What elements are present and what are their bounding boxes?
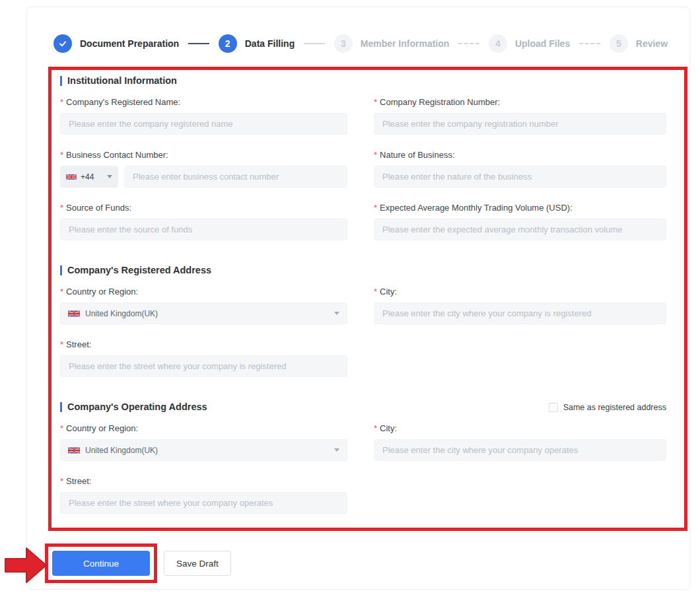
field-registered-name: *Company's Registered Name: (60, 97, 347, 135)
registered-name-input[interactable] (60, 113, 347, 135)
same-as-registered-checkbox[interactable]: Same as registered address (549, 403, 666, 412)
step-connector (304, 43, 325, 44)
step-connector (188, 43, 209, 44)
step-label: Document Preparation (80, 38, 179, 49)
field-label: *Business Contact Number: (60, 150, 347, 160)
step-upload-files[interactable]: 4 Upload Files (489, 34, 570, 53)
continue-button[interactable]: Continue (52, 551, 150, 576)
save-draft-button[interactable]: Save Draft (164, 551, 231, 576)
stepper: Document Preparation 2 Data Filling 3 Me… (53, 34, 668, 53)
field-source-of-funds: *Source of Funds: (60, 203, 347, 240)
checkbox-label: Same as registered address (563, 403, 666, 412)
step-number: 4 (489, 34, 507, 53)
chevron-down-icon (334, 448, 339, 452)
field-operating-street: *Street: (60, 476, 347, 514)
operating-country-value: United Kingdom(UK) (85, 446, 158, 455)
field-label: *Country or Region: (60, 287, 347, 297)
field-label: *City: (374, 423, 666, 433)
step-number: 2 (219, 34, 237, 53)
registered-city-input[interactable] (374, 302, 666, 324)
source-of-funds-input[interactable] (60, 219, 347, 240)
field-nature-of-business: *Nature of Business: (374, 150, 666, 188)
required-asterisk: * (60, 150, 63, 160)
field-label: *Street: (60, 476, 347, 486)
page: Document Preparation 2 Data Filling 3 Me… (0, 0, 700, 595)
section-title-institutional: Institutional Information (60, 76, 177, 86)
registration-card: Document Preparation 2 Data Filling 3 Me… (26, 7, 690, 590)
step-member-information[interactable]: 3 Member Information (334, 34, 450, 53)
step-label: Member Information (361, 38, 450, 49)
required-asterisk: * (60, 339, 63, 349)
step-label: Review (636, 38, 668, 49)
step-number: 3 (334, 34, 353, 53)
actions-bar: Continue Save Draft (45, 543, 231, 583)
step-data-filling[interactable]: 2 Data Filling (219, 34, 295, 53)
field-operating-country: *Country or Region: United Kingdom(UK) (60, 423, 347, 461)
required-asterisk: * (60, 203, 63, 213)
annotation-box-continue: Continue (45, 543, 157, 583)
uk-flag-icon (68, 446, 80, 454)
contact-number-input[interactable] (124, 166, 347, 188)
operating-country-select[interactable]: United Kingdom(UK) (60, 439, 347, 461)
field-label: *Company Registration Number: (374, 97, 666, 107)
step-done-check-icon (53, 34, 72, 53)
field-label: *Expected Average Monthly Trading Volume… (374, 203, 666, 213)
field-label: *City: (374, 287, 666, 297)
required-asterisk: * (374, 97, 377, 107)
field-trading-volume: *Expected Average Monthly Trading Volume… (374, 203, 666, 240)
nature-of-business-input[interactable] (374, 166, 666, 188)
field-label: *Country or Region: (60, 423, 347, 433)
required-asterisk: * (60, 97, 63, 107)
step-label: Data Filling (245, 38, 295, 49)
field-registered-country: *Country or Region: United Kingdom(UK) (60, 287, 347, 324)
step-review[interactable]: 5 Review (610, 34, 668, 53)
dial-code-value: +44 (81, 172, 94, 182)
field-registered-city: *City: (374, 287, 666, 324)
form-area: Institutional Information *Company's Reg… (60, 75, 666, 529)
chevron-down-icon (107, 175, 112, 178)
uk-flag-icon (68, 310, 80, 318)
registered-street-input[interactable] (60, 355, 347, 377)
registration-number-input[interactable] (374, 113, 666, 135)
trading-volume-input[interactable] (374, 219, 666, 240)
registered-country-select[interactable]: United Kingdom(UK) (60, 302, 347, 324)
field-contact-number: *Business Contact Number: +44 (60, 150, 347, 188)
annotation-arrow-icon (3, 545, 48, 588)
operating-street-input[interactable] (60, 492, 347, 514)
field-label: *Street: (60, 339, 347, 349)
step-connector (458, 43, 479, 44)
required-asterisk: * (60, 476, 63, 486)
required-asterisk: * (374, 150, 377, 160)
uk-flag-icon (66, 174, 77, 180)
registered-country-value: United Kingdom(UK) (85, 309, 158, 318)
chevron-down-icon (334, 312, 339, 315)
field-label: *Company's Registered Name: (60, 97, 347, 107)
required-asterisk: * (60, 287, 63, 297)
step-connector (579, 43, 600, 44)
field-label: *Source of Funds: (60, 203, 347, 213)
required-asterisk: * (374, 423, 377, 433)
checkbox-box[interactable] (549, 403, 558, 412)
required-asterisk: * (374, 203, 377, 213)
required-asterisk: * (60, 423, 63, 433)
operating-city-input[interactable] (374, 439, 666, 461)
step-label: Upload Files (515, 38, 570, 49)
section-title-operating-address: Company's Operating Address (60, 402, 207, 412)
field-operating-city: *City: (374, 423, 666, 461)
section-title-registered-address: Company's Registered Address (60, 265, 211, 275)
required-asterisk: * (374, 287, 377, 297)
field-registration-number: *Company Registration Number: (374, 97, 666, 135)
field-registered-street: *Street: (60, 339, 347, 377)
step-number: 5 (610, 34, 628, 53)
dial-code-select[interactable]: +44 (60, 166, 118, 188)
step-document-preparation[interactable]: Document Preparation (53, 34, 179, 53)
field-label: *Nature of Business: (374, 150, 666, 160)
